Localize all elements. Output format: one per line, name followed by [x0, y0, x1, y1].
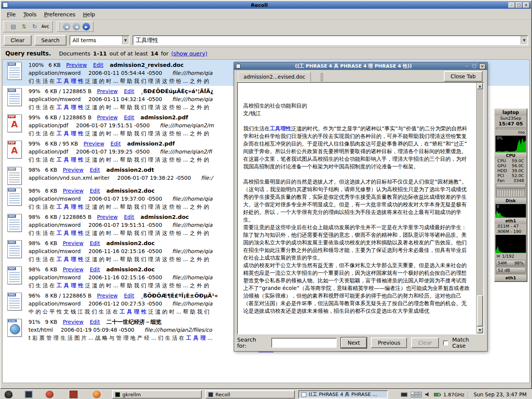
edit-link[interactable]: Edit: [124, 214, 134, 220]
history-dropdown-icon[interactable]: ▼: [521, 36, 527, 44]
penguin-icon[interactable]: [5, 391, 13, 398]
snippet-post: 泛 滥 的 时 ... 帮 助 我 们 理 清 这 些 纷 ... 之 外 的: [83, 78, 209, 84]
pager-cell[interactable]: [411, 392, 414, 394]
preview-text[interactable]: 高校招生的社会功能和目的文/钱江我们生活在工具理性泛滥的时代。作为“世之显学”的…: [238, 83, 476, 334]
gkrellm-monitor[interactable]: laptop Sun23Sep 15:47 05 mo 0% CPU CPU 5…: [494, 108, 527, 282]
fan-slider[interactable]: [496, 184, 526, 189]
taskbar-task-button[interactable]: ((工 PHRASE 4 具 PHRASE ...: [298, 390, 388, 399]
prev-page-icon[interactable]: ◀: [73, 23, 80, 30]
edit-link[interactable]: Edit: [90, 266, 100, 272]
find-previous-button[interactable]: Previous: [371, 337, 407, 348]
menu-tools[interactable]: Tools: [19, 10, 40, 19]
file-type-icon: [7, 266, 22, 284]
maximize-button[interactable]: □: [516, 2, 522, 8]
results-header-range: 1-11: [93, 51, 107, 57]
package-icon[interactable]: [70, 391, 78, 398]
menu-help[interactable]: Help: [79, 10, 99, 19]
search-button[interactable]: Search: [35, 35, 66, 46]
minimize-button[interactable]: –: [508, 2, 515, 8]
find-clear-button[interactable]: Clear: [411, 337, 439, 348]
firefox-icon[interactable]: [93, 391, 101, 398]
match-case-checkbox[interactable]: [443, 340, 448, 345]
pager-cell[interactable]: [411, 395, 414, 397]
show-query-link[interactable]: (show query): [171, 51, 207, 57]
volume-icon[interactable]: [425, 392, 431, 397]
scroll-down-icon[interactable]: ▼: [477, 327, 483, 333]
menu-preferences[interactable]: Preferences: [40, 10, 79, 19]
result-relevance: 100%: [28, 62, 44, 68]
preview-link[interactable]: Preview: [97, 114, 118, 120]
file-type-icon: [7, 62, 22, 80]
find-next-button[interactable]: Next: [341, 337, 367, 348]
scrollbar-thumb[interactable]: [477, 295, 483, 326]
search-input[interactable]: [133, 37, 521, 44]
sort-icon[interactable]: ⇅: [20, 22, 28, 31]
pager-cell[interactable]: [415, 392, 418, 394]
preview-minimize-button[interactable]: –: [464, 63, 469, 69]
taskbar: gkrellm Recoll ((工 PHRASE 4 具 PHRASE ...…: [0, 389, 532, 399]
preview-scrollbar[interactable]: ▲ ▼: [476, 83, 483, 334]
reload-icon[interactable]: ↻: [30, 22, 39, 31]
edit-link[interactable]: Edit: [124, 114, 134, 120]
search-mode-select[interactable]: All terms ▼: [70, 35, 130, 45]
volume-meter[interactable]: 52 dB: [496, 267, 526, 274]
preview-link[interactable]: Preview: [66, 62, 87, 68]
toolbar-grip[interactable]: [5, 23, 6, 30]
close-tab-button[interactable]: Close Tab: [444, 71, 483, 82]
titlebar[interactable]: Recoll – □ ×: [1, 1, 531, 9]
find-input[interactable]: [271, 338, 337, 348]
edit-link[interactable]: Edit: [90, 188, 100, 194]
taskbar-task-button[interactable]: Recoll: [205, 390, 295, 399]
scroll-up-icon[interactable]: ▲: [477, 83, 483, 89]
pager-cell[interactable]: [415, 395, 418, 397]
preview-link[interactable]: Preview: [63, 167, 84, 173]
edit-link[interactable]: Edit: [93, 62, 103, 68]
terminal-icon[interactable]: [25, 391, 33, 398]
preview-link[interactable]: Preview: [63, 319, 84, 325]
toolbar-grip[interactable]: [59, 23, 60, 30]
preview-tab[interactable]: admission2...evised.doc: [238, 72, 311, 82]
preview-link[interactable]: Preview: [97, 88, 118, 94]
close-button[interactable]: ×: [523, 2, 529, 8]
memory-meter[interactable]: 54M 98%: [496, 260, 526, 266]
taskbar-task-button[interactable]: gkrellm: [112, 390, 202, 399]
menu-file[interactable]: File: [3, 10, 19, 19]
pager-cell[interactable]: [418, 395, 422, 397]
result-size: 6 KB: [48, 62, 60, 68]
preview-link[interactable]: Preview: [63, 240, 84, 246]
snippet-post: 泛 滥 的 时 ... 帮 助 我 们 理 清 这 些 纷 ... 之 外 的: [83, 204, 209, 210]
preview-link[interactable]: Preview: [97, 214, 118, 220]
preview-link[interactable]: Preview: [63, 188, 84, 194]
menubar: File Tools Preferences Help: [1, 9, 531, 20]
result-size: 8 KB / 1228865 B: [45, 293, 92, 299]
preview-link[interactable]: Preview: [63, 266, 84, 272]
edit-link[interactable]: Edit: [90, 167, 100, 173]
query-details-icon[interactable]: ▤: [9, 22, 17, 31]
next-page-icon[interactable]: ▶: [82, 23, 90, 30]
preview-titlebar[interactable]: ((工 PHRASE 4 具 PHRASE 4 理 PHRASE 4 性)) –…: [234, 62, 487, 70]
tab-scroll-handle[interactable]: [321, 73, 323, 81]
keyboard-icon[interactable]: [401, 393, 407, 397]
result-url: file:///home/qia: [172, 196, 212, 202]
preview-maximize-button[interactable]: □: [472, 63, 477, 69]
preview-close-button[interactable]: ×: [479, 63, 485, 69]
edit-link[interactable]: Edit: [124, 88, 134, 94]
battery-icon[interactable]: [434, 393, 440, 396]
clear-button[interactable]: Clear: [4, 35, 32, 46]
gkrellm-mo-label: mo: [495, 130, 527, 135]
snippet-highlight: 工 具 理 性: [57, 78, 84, 84]
browser-red-icon[interactable]: [46, 391, 54, 398]
pager-cell[interactable]: [418, 392, 422, 394]
edit-link[interactable]: Edit: [90, 319, 100, 325]
task-label: gkrellm: [122, 392, 141, 397]
edit-link[interactable]: Edit: [124, 293, 134, 299]
pager-icon[interactable]: [411, 392, 422, 397]
snippet-pre: 们 生 活 在: [28, 256, 57, 262]
edit-link[interactable]: Edit: [111, 141, 121, 147]
preview-link[interactable]: Preview: [97, 293, 118, 299]
first-page-icon[interactable]: ◀: [63, 23, 70, 30]
taskbar-clock[interactable]: Sun Sep 23, 3:47 PM: [472, 391, 528, 397]
term-explorer-icon[interactable]: ÂbÇ: [41, 22, 49, 31]
edit-link[interactable]: Edit: [90, 240, 100, 246]
preview-link[interactable]: Preview: [84, 141, 104, 147]
